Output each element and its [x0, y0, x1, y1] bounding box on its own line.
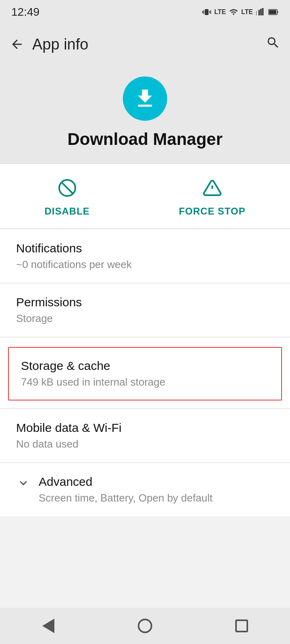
notifications-item[interactable]: Notifications ~0 notifications per week: [0, 229, 290, 283]
nav-recents-button[interactable]: [231, 615, 253, 637]
bottom-nav: [0, 608, 290, 644]
mobile-data-subtitle: No data used: [16, 438, 274, 450]
nav-home-button[interactable]: [134, 615, 156, 637]
disable-label: DISABLE: [45, 206, 90, 217]
wifi-icon: [229, 8, 238, 17]
advanced-subtitle: Screen time, Battery, Open by default: [39, 492, 213, 504]
disable-icon: [58, 178, 77, 202]
back-button[interactable]: [10, 37, 24, 52]
search-button[interactable]: [266, 35, 280, 54]
status-bar: 12:49 LTE LTE: [0, 0, 290, 24]
vibrate-icon: [202, 8, 211, 17]
storage-wrapper: Storage & cache 749 kB used in internal …: [0, 337, 290, 409]
notifications-title: Notifications: [16, 242, 274, 255]
status-icons: LTE LTE: [202, 8, 279, 17]
action-divider: [0, 228, 290, 229]
advanced-text: Advanced Screen time, Battery, Open by d…: [39, 475, 213, 504]
lte-icon: LTE: [214, 8, 226, 16]
chevron-down-icon: [16, 476, 31, 494]
disable-button[interactable]: DISABLE: [45, 178, 90, 217]
force-stop-icon: [203, 178, 222, 202]
svg-line-3: [62, 182, 73, 194]
permissions-title: Permissions: [16, 295, 274, 309]
svg-rect-1: [269, 10, 276, 14]
permissions-item[interactable]: Permissions Storage: [0, 283, 290, 337]
mobile-data-item[interactable]: Mobile data & Wi-Fi No data used: [0, 409, 290, 462]
action-section: DISABLE FORCE STOP: [0, 164, 290, 228]
signal-icon: [256, 8, 265, 17]
download-icon: [133, 87, 157, 111]
nav-recents-icon: [235, 619, 248, 632]
storage-title: Storage & cache: [21, 359, 269, 373]
app-bar: App info: [0, 24, 290, 64]
status-time: 12:49: [11, 6, 39, 19]
settings-list: Notifications ~0 notifications per week …: [0, 229, 290, 516]
storage-subtitle: 749 kB used in internal storage: [21, 376, 269, 388]
nav-back-icon: [42, 619, 54, 633]
nav-home-icon: [138, 619, 152, 633]
permissions-subtitle: Storage: [16, 312, 274, 325]
page-title: App info: [32, 36, 266, 53]
notifications-subtitle: ~0 notifications per week: [16, 258, 274, 271]
app-name: Download Manager: [67, 130, 222, 149]
mobile-data-title: Mobile data & Wi-Fi: [16, 421, 274, 435]
force-stop-button[interactable]: FORCE STOP: [179, 178, 246, 217]
force-stop-label: FORCE STOP: [179, 206, 246, 217]
nav-back-button[interactable]: [37, 615, 60, 637]
advanced-title: Advanced: [39, 475, 213, 489]
app-icon: [123, 76, 167, 121]
lte2-icon: LTE: [241, 8, 253, 16]
advanced-item[interactable]: Advanced Screen time, Battery, Open by d…: [0, 463, 290, 516]
battery-icon: [268, 8, 279, 17]
app-header: Download Manager: [0, 64, 290, 163]
storage-item[interactable]: Storage & cache 749 kB used in internal …: [8, 347, 282, 400]
